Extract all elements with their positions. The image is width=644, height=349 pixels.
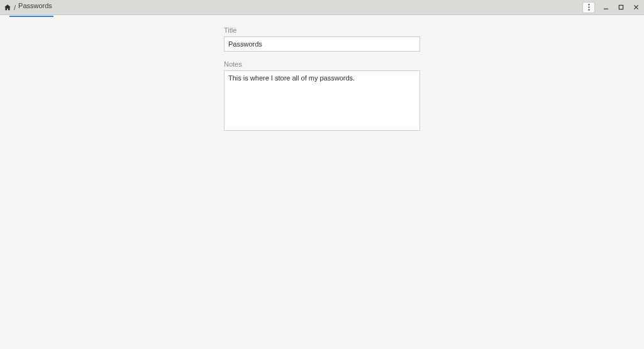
titlebar: / Passwords [0, 0, 644, 15]
breadcrumb-current-label: Passwords [18, 2, 52, 9]
note-form: Title Notes [224, 26, 420, 133]
maximize-icon [618, 4, 624, 10]
close-icon [633, 4, 639, 10]
minimize-button[interactable] [601, 3, 610, 12]
maximize-button[interactable] [616, 3, 625, 12]
svg-point-0 [588, 4, 589, 5]
minimize-icon [603, 4, 609, 10]
svg-point-1 [588, 6, 589, 8]
breadcrumb-underline [9, 16, 53, 17]
breadcrumb: / Passwords [4, 2, 582, 13]
breadcrumb-separator: / [14, 4, 16, 11]
title-label: Title [224, 26, 420, 34]
notes-textarea[interactable] [224, 70, 420, 131]
titlebar-controls [582, 2, 640, 13]
kebab-menu-button[interactable] [582, 2, 595, 13]
notes-label: Notes [224, 60, 420, 68]
more-vertical-icon [588, 4, 590, 11]
close-button[interactable] [631, 3, 640, 12]
main-content: Title Notes [0, 15, 644, 133]
home-icon[interactable] [4, 4, 11, 11]
breadcrumb-current[interactable]: Passwords [18, 2, 52, 13]
title-input[interactable] [224, 36, 420, 52]
svg-point-2 [588, 9, 589, 11]
svg-rect-4 [619, 5, 623, 9]
